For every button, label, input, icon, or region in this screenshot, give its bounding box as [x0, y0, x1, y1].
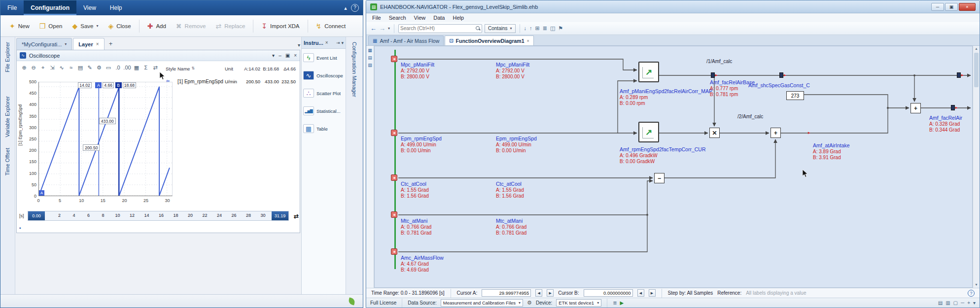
legend-col-style[interactable]: Style [166, 66, 177, 71]
osc-tool-icon[interactable]: ⌖ [38, 63, 47, 72]
osc-tool-icon[interactable]: .0 [113, 63, 122, 72]
oscilloscope-plot[interactable]: 14.02 A 4.66 B 18.68 433.00 200.50 A [38, 82, 173, 196]
oscilloscope-header[interactable]: ∿ Oscilloscope ▾‒▣× [17, 50, 300, 61]
toolbar-icon[interactable]: ⚑ [558, 25, 563, 32]
menu-help[interactable]: Help [103, 0, 129, 15]
map-lookup-block[interactable]: ↗ [638, 62, 659, 82]
import-xda-button[interactable]: ↧ Import XDA [256, 18, 304, 34]
menu-file[interactable]: File [368, 13, 385, 22]
osc-tool-icon[interactable]: ▦ [132, 63, 141, 72]
timeline-start-handle[interactable]: 0.00 [28, 211, 45, 220]
replace-button[interactable]: ⇄ Replace [210, 18, 250, 34]
tab-myconfiguration[interactable]: *MyConfigurati... ▾ [16, 38, 72, 50]
osc-tool-icon[interactable]: ✎ [85, 63, 94, 72]
cursor-a-step-forward-button[interactable]: ▶ [547, 289, 554, 297]
output-tag[interactable]: ▸ [951, 105, 959, 110]
panel-pin-icon[interactable]: ▾ [341, 40, 344, 45]
cursor-a-step-back-button[interactable]: ◀ [535, 289, 542, 297]
cursor-b-input[interactable] [584, 289, 633, 297]
close-window-button[interactable]: × [959, 3, 976, 11]
menu-configuration[interactable]: Configuration [24, 0, 76, 15]
instrument-oscilloscope[interactable]: ∿ Oscilloscope [302, 67, 346, 84]
osc-tool-icon[interactable]: ⚙ [95, 63, 104, 72]
oscilloscope-footer-icon[interactable]: ▪ [19, 225, 21, 231]
open-button[interactable]: ❒ Open [35, 18, 68, 34]
panel-header-icon[interactable]: ▣ [285, 53, 290, 58]
signal-label[interactable]: Ctc_atCool A: 1.55 Grad B: 1.56 Grad [401, 181, 429, 200]
output-tag[interactable]: ▸ [957, 72, 965, 78]
footer-tool-icon[interactable]: ▾ [973, 300, 976, 306]
rail-tab-configuration-manager[interactable]: Configuration Manager [351, 42, 357, 97]
rail-tab-file-explorer[interactable]: File Explorer [4, 42, 10, 72]
footer-tool-icon[interactable]: + [967, 300, 970, 306]
ehandbook-titlebar[interactable]: ▤ EHANDBOOK-NAVIGATOR - Flex_gensvg_Leve… [366, 0, 980, 13]
save-button[interactable]: ◆ Save ▾ [67, 18, 103, 34]
toolbar-icon[interactable]: ↑ [529, 25, 532, 32]
cursor-b-time-flag[interactable]: 18.68 [123, 82, 136, 88]
instrument-table[interactable]: ▦ Table [302, 120, 346, 137]
close-button[interactable]: ◈ Close [103, 18, 136, 34]
legend-col-cursor-a[interactable]: A:14.02 [242, 66, 260, 71]
minimize-button[interactable]: ─ [931, 3, 944, 11]
menu-view[interactable]: View [410, 13, 430, 22]
osc-tool-icon[interactable]: ⊖ [29, 63, 38, 72]
osc-tool-icon[interactable]: ⊕ [20, 63, 29, 72]
constant-block[interactable]: 273 [786, 91, 804, 100]
input-port[interactable] [391, 211, 397, 218]
rail-tab-variable-explorer[interactable]: Variable Explorer [4, 96, 10, 137]
osc-tool-icon[interactable]: ⇲ [48, 63, 57, 72]
add-block[interactable]: + [910, 103, 921, 113]
timeline-ruler[interactable]: 0.00 24681012141618202224262830 31.19 [28, 211, 289, 221]
signal-label[interactable]: Amf_facRelAir A: 0.328 Grad B: 0.344 Gra… [929, 115, 962, 134]
footer-tool-icon[interactable]: ▢ [953, 300, 958, 306]
data-source-dropdown[interactable]: Measurement and Calibration Files ▾ [441, 299, 523, 307]
menu-data[interactable]: Data [429, 13, 449, 22]
osc-tool-icon[interactable]: ⇄ [151, 63, 160, 72]
scrollbar-thumb[interactable] [974, 53, 979, 87]
collapse-ribbon-icon[interactable]: ▴ [340, 0, 351, 15]
legend-col-unit[interactable]: Unit [225, 66, 242, 71]
nav-history-caret-icon[interactable]: ▾ [388, 26, 390, 31]
toolbar-icon[interactable]: ⊞ [535, 25, 540, 32]
signal-label[interactable]: Mpc_pManiFilt A: 2792.00 V B: 2800.00 V [401, 62, 434, 80]
remove-button[interactable]: ✖ Remove [171, 18, 211, 34]
forward-icon[interactable]: → [379, 25, 385, 32]
cursor-a-time-flag[interactable]: 14.02 [78, 82, 91, 88]
input-port[interactable] [391, 174, 397, 181]
search-filter-dropdown[interactable]: Contains ▾ [485, 24, 515, 33]
subtract-block[interactable]: − [654, 173, 665, 183]
help-icon[interactable]: ? [351, 4, 359, 12]
timeline-end-handle[interactable]: 31.19 [272, 211, 288, 220]
input-port[interactable] [391, 248, 397, 255]
osc-tool-icon[interactable]: Σ [141, 63, 150, 72]
toolbar-icon[interactable]: ↓ [524, 25, 527, 32]
side-tool-icon[interactable]: ▧ [368, 63, 372, 68]
tab-layer[interactable]: Layer × [73, 38, 104, 50]
search-input[interactable] [400, 26, 476, 31]
footer-tool-icon[interactable]: ▥ [945, 300, 950, 306]
menu-view[interactable]: View [76, 0, 103, 15]
signal-label[interactable]: Ctc_atCool A: 1.55 Grad B: 1.56 Grad [496, 181, 524, 200]
menu-file[interactable]: File [0, 0, 24, 15]
osc-tool-icon[interactable]: ≈ [67, 63, 75, 72]
menu-search[interactable]: Search [385, 13, 410, 22]
device-dropdown[interactable]: ETK test device1 ▾ [556, 299, 601, 307]
panel-header-icon[interactable]: × [294, 53, 297, 58]
legend-col-cursor-b[interactable]: B:18.68 [260, 66, 279, 71]
osc-tool-icon[interactable]: ▭ [104, 63, 113, 72]
tab-air-mass-flow[interactable]: ▦ Amf - Amf - Air Mass Flow [368, 35, 444, 45]
new-layer-tab-button[interactable]: + [105, 39, 116, 50]
osc-tool-icon[interactable]: .00 [123, 63, 132, 72]
tab-overflow-caret-icon[interactable]: ▾ [298, 42, 300, 48]
vertical-scrollbar[interactable]: ▴ ▾ [973, 46, 980, 288]
legend-col-delta[interactable]: Δ4.66 [279, 66, 296, 71]
side-tool-icon[interactable]: ▦ [368, 48, 372, 53]
panel-pin-icon[interactable]: ⇥ [336, 40, 340, 45]
scroll-down-icon[interactable]: ▾ [973, 282, 980, 288]
cursor-b-badge[interactable]: B [115, 82, 122, 88]
legend-row[interactable]: ≋ [1] Epm_rpmEngSpd U/min 200.50 433.00 … [166, 77, 298, 85]
signal-label[interactable]: Mpc_pManiFilt A: 2792.00 V B: 2800.00 V [496, 62, 529, 80]
tab-function-overview-diagram[interactable]: ⊡ FunctionOverviewDiagram1 × [445, 35, 534, 45]
measure-tag[interactable]: ▸ [779, 72, 787, 78]
tab-caret-icon[interactable]: ▾ [65, 39, 67, 50]
